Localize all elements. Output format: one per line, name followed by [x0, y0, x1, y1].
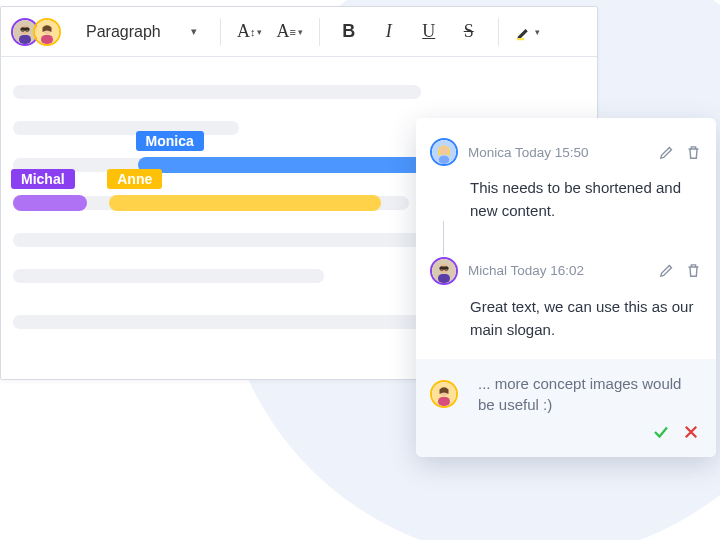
separator	[319, 18, 320, 46]
font-size-dropdown[interactable]: A↕ ▾	[233, 15, 267, 49]
toolbar: Paragraph ▾ A↕ ▾ A≡ ▾ B I U S	[1, 7, 597, 57]
marker-icon	[515, 23, 533, 41]
avatar-anne	[430, 380, 458, 408]
draft-text[interactable]: ... more concept images would be useful …	[478, 373, 702, 415]
comment-item[interactable]: Monica Today 15:50 This needs to be shor…	[416, 122, 716, 241]
cursor-label-monica: Monica	[136, 131, 204, 151]
paragraph-style-select[interactable]: Paragraph ▾	[75, 16, 208, 48]
strikethrough-button[interactable]: S	[452, 15, 486, 49]
svg-rect-21	[438, 397, 450, 406]
chevron-down-icon: ▾	[298, 27, 303, 37]
underline-button[interactable]: U	[412, 15, 446, 49]
edit-icon[interactable]	[658, 144, 675, 161]
chevron-down-icon: ▾	[191, 25, 197, 38]
font-family-dropdown[interactable]: A≡ ▾	[273, 15, 307, 49]
svg-point-11	[440, 146, 448, 154]
bold-button[interactable]: B	[332, 15, 366, 49]
edit-icon[interactable]	[658, 262, 675, 279]
svg-rect-2	[19, 35, 31, 44]
comment-body: This needs to be shortened and new conte…	[470, 176, 702, 223]
comment-item[interactable]: Michal Today 16:02 Great text, we can us…	[416, 241, 716, 360]
svg-rect-15	[438, 274, 450, 283]
svg-rect-12	[439, 156, 450, 164]
text-line	[13, 269, 324, 283]
comments-panel: Monica Today 15:50 This needs to be shor…	[416, 118, 716, 457]
chevron-down-icon: ▾	[535, 27, 540, 37]
highlight-dropdown[interactable]: ▾	[511, 15, 545, 49]
selection-michal: Michal	[13, 195, 87, 211]
confirm-icon[interactable]	[652, 423, 670, 445]
style-select-label: Paragraph	[86, 23, 161, 41]
presence-avatars	[11, 18, 61, 46]
avatar-anne[interactable]	[33, 18, 61, 46]
delete-icon[interactable]	[685, 144, 702, 161]
separator	[498, 18, 499, 46]
text-line	[13, 85, 421, 99]
comment-meta: Monica Today 15:50	[468, 145, 648, 160]
cursor-label-anne: Anne	[107, 169, 162, 189]
comment-draft[interactable]: ... more concept images would be useful …	[416, 359, 716, 457]
comment-body: Great text, we can use this as our main …	[470, 295, 702, 342]
separator	[220, 18, 221, 46]
selection-anne: Anne	[109, 195, 381, 211]
avatar-michal	[430, 257, 458, 285]
avatar-monica	[430, 138, 458, 166]
italic-button[interactable]: I	[372, 15, 406, 49]
text-line	[13, 121, 239, 135]
cancel-icon[interactable]	[682, 423, 700, 445]
comment-meta: Michal Today 16:02	[468, 263, 648, 278]
chevron-down-icon: ▾	[257, 27, 262, 37]
cursor-label-michal: Michal	[11, 169, 75, 189]
delete-icon[interactable]	[685, 262, 702, 279]
svg-rect-9	[517, 38, 524, 40]
svg-rect-8	[41, 35, 53, 44]
